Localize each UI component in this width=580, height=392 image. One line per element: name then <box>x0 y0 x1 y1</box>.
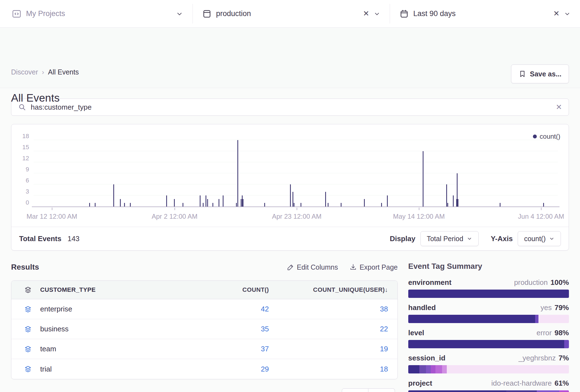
chart-bar[interactable] <box>458 199 458 207</box>
chart-bar[interactable] <box>207 199 208 207</box>
tag-bar-segment[interactable] <box>408 315 535 323</box>
tag-bar-segment[interactable] <box>559 390 569 392</box>
chart-bar[interactable] <box>325 192 326 207</box>
count-unique-cell[interactable]: 19 <box>278 345 397 353</box>
chart-bar[interactable] <box>242 195 243 207</box>
chart-bar[interactable] <box>120 199 121 207</box>
date-range-selector[interactable]: Last 90 days ✕ <box>390 0 580 27</box>
chart-bar[interactable] <box>423 151 424 207</box>
chart-bar[interactable] <box>243 199 243 207</box>
count-unique-cell[interactable]: 38 <box>278 305 397 313</box>
yaxis-select[interactable]: count() <box>518 231 561 246</box>
chart-bar[interactable] <box>237 140 238 207</box>
tag-bar-segment[interactable] <box>408 340 564 348</box>
tag-bar-segment[interactable] <box>408 365 420 373</box>
breadcrumb-current: All Events <box>48 68 79 76</box>
projects-icon <box>12 9 22 19</box>
chart-bar[interactable] <box>290 184 291 207</box>
tag-distribution-bar[interactable] <box>408 340 569 348</box>
chart-bar[interactable] <box>124 203 125 207</box>
edit-columns-button[interactable]: Edit Columns <box>287 263 338 271</box>
tag-bar-segment[interactable] <box>408 290 569 298</box>
tag-summary-row: environmentproduction100% <box>408 278 569 298</box>
chart-bar[interactable] <box>457 173 458 207</box>
tag-bar-segment[interactable] <box>426 365 431 373</box>
chart-bar[interactable] <box>447 203 448 207</box>
column-header-count-unique[interactable]: COUNT_UNIQUE(USER)↓ <box>278 286 397 293</box>
pagination-next-button[interactable] <box>368 388 395 392</box>
chart-bar[interactable] <box>203 203 204 207</box>
x-axis-tick <box>297 208 297 210</box>
tag-bar-segment[interactable] <box>564 340 569 348</box>
column-header-customer-type[interactable]: CUSTOMER_TYPE <box>32 286 176 293</box>
chevron-down-icon[interactable] <box>374 11 380 17</box>
tag-summary-heading: Event Tag Summary <box>408 262 569 271</box>
chart-bar[interactable] <box>89 203 90 207</box>
environment-selector[interactable]: production ✕ <box>193 0 390 27</box>
chart-bar[interactable] <box>292 192 293 207</box>
chart-bar[interactable] <box>294 203 294 207</box>
chart-bar[interactable] <box>364 199 365 207</box>
tag-bar-segment[interactable] <box>442 365 447 373</box>
chart-bar[interactable] <box>236 203 237 207</box>
chart-bar[interactable] <box>183 203 183 207</box>
chart-bar[interactable] <box>223 195 224 207</box>
chart-bar[interactable] <box>113 184 114 207</box>
tag-bar-segment[interactable] <box>535 315 538 323</box>
chart-bar[interactable] <box>301 203 301 207</box>
chart-bar[interactable] <box>166 195 167 207</box>
chart-bar[interactable] <box>453 195 454 207</box>
chart-bar[interactable] <box>446 184 447 207</box>
save-as-button[interactable]: Save as... <box>511 65 569 83</box>
tag-distribution-bar[interactable] <box>408 315 569 323</box>
chart-bar[interactable] <box>95 203 96 207</box>
tag-bar-segment[interactable] <box>506 390 537 392</box>
chart-bar[interactable] <box>381 203 382 207</box>
tag-name: session_id <box>408 354 445 362</box>
chart-bar[interactable] <box>219 199 219 207</box>
pagination-previous-button[interactable] <box>342 388 368 392</box>
chart-bar[interactable] <box>130 203 131 207</box>
chart-bar[interactable] <box>500 203 501 207</box>
tag-distribution-bar[interactable] <box>408 290 569 298</box>
export-page-button[interactable]: Export Page <box>350 263 398 271</box>
chevron-down-icon[interactable] <box>564 11 571 17</box>
count-cell[interactable]: 35 <box>176 325 278 333</box>
tag-bar-segment[interactable] <box>431 365 435 373</box>
tag-distribution-bar[interactable] <box>408 390 569 392</box>
environment-clear-button[interactable]: ✕ <box>363 10 369 17</box>
project-selector[interactable]: My Projects <box>0 0 193 27</box>
count-cell[interactable]: 37 <box>176 345 278 353</box>
tag-bar-segment[interactable] <box>435 365 442 373</box>
tag-bar-segment[interactable] <box>537 390 559 392</box>
chart-bar[interactable] <box>543 203 544 207</box>
chart-bar[interactable] <box>206 195 206 207</box>
count-unique-cell[interactable]: 18 <box>278 365 397 373</box>
chart-bar[interactable] <box>328 203 329 207</box>
chart-bar[interactable] <box>241 199 242 207</box>
count-unique-cell[interactable]: 22 <box>278 325 397 333</box>
chart-bar[interactable] <box>212 203 213 207</box>
customer-type-cell: enterprise <box>32 305 176 313</box>
column-header-count[interactable]: COUNT() <box>176 286 278 293</box>
chart-bar[interactable] <box>341 203 342 207</box>
chart-bar[interactable] <box>174 199 175 207</box>
chart-gridline <box>34 173 558 173</box>
tag-percent: 98% <box>555 329 569 337</box>
count-cell[interactable]: 42 <box>176 305 278 313</box>
chart-bar[interactable] <box>387 195 388 207</box>
search-input[interactable]: has:customer_type <box>31 103 551 112</box>
tag-bar-segment[interactable] <box>419 365 426 373</box>
chart-bar[interactable] <box>264 203 265 207</box>
chart-bar[interactable] <box>200 195 201 207</box>
chevron-down-icon[interactable] <box>176 10 183 17</box>
breadcrumb-discover[interactable]: Discover <box>11 68 38 76</box>
count-cell[interactable]: 29 <box>176 365 278 373</box>
search-clear-button[interactable]: ✕ <box>556 104 562 111</box>
tag-distribution-bar[interactable] <box>408 365 569 373</box>
tag-bar-segment[interactable] <box>408 390 506 392</box>
search-bar[interactable]: has:customer_type ✕ <box>11 99 569 116</box>
chart-legend[interactable]: count() <box>533 133 560 140</box>
date-range-clear-button[interactable]: ✕ <box>553 10 560 17</box>
display-select[interactable]: Total Period <box>420 231 479 246</box>
